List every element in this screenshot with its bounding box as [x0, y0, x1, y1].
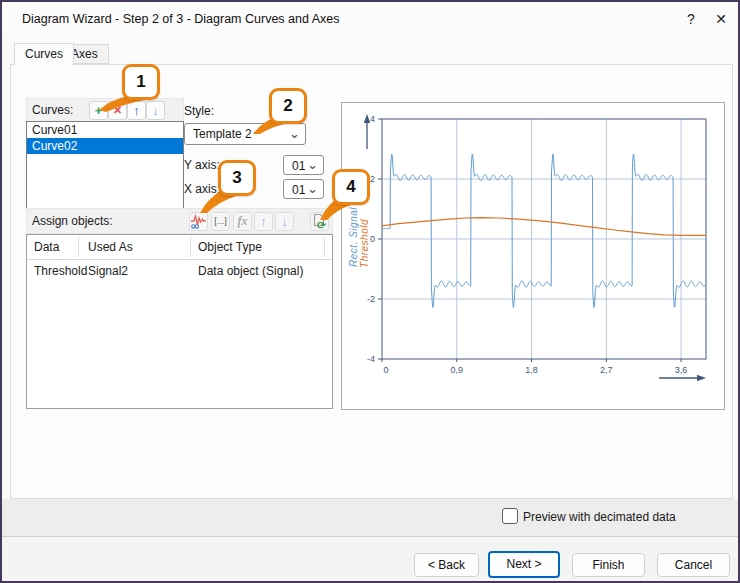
- curves-tab-page: Curves: + ✕ ↑ ↓ Curve01 Curve02 Style: T…: [10, 64, 733, 499]
- y-axis-series-label-threshold: Threshold: [359, 219, 370, 268]
- curves-toolbar: Curves: + ✕ ↑ ↓: [26, 98, 184, 122]
- style-dropdown[interactable]: Template 2 ⌄: [184, 123, 306, 145]
- callout-2: 2: [269, 88, 307, 124]
- list-item-curve02[interactable]: Curve02: [27, 138, 183, 154]
- column-separator: [324, 237, 325, 257]
- style-value: Template 2: [193, 124, 252, 145]
- preview-decimated-checkbox[interactable]: [502, 508, 518, 524]
- help-button[interactable]: ?: [678, 6, 704, 32]
- finish-button[interactable]: Finish: [572, 553, 645, 577]
- curves-label: Curves:: [32, 103, 73, 117]
- table-row[interactable]: Threshold Signal2 Data object (Signal): [27, 260, 332, 278]
- cell-data: Threshold: [34, 264, 87, 278]
- svg-text:-2: -2: [367, 294, 375, 304]
- arrow-up-icon: ↑: [260, 214, 267, 229]
- arrow-up-icon: ↑: [133, 103, 140, 118]
- fx-icon: fx: [238, 214, 248, 228]
- y-axis-dropdown[interactable]: 01 ⌄: [283, 155, 324, 175]
- move-curve-down-button[interactable]: ↓: [146, 101, 165, 120]
- title-bar: Diagram Wizard - Step 2 of 3 - Diagram C…: [2, 2, 738, 36]
- signal-waveform-icon: [190, 213, 207, 230]
- next-button[interactable]: Next >: [488, 551, 560, 578]
- assign-objects-table: Data Used As Object Type Threshold Signa…: [26, 234, 333, 409]
- remove-curve-button[interactable]: ✕: [108, 101, 127, 120]
- window-title: Diagram Wizard - Step 2 of 3 - Diagram C…: [22, 2, 339, 36]
- svg-text:2: 2: [370, 174, 375, 184]
- column-separator: [190, 237, 191, 257]
- plus-icon: +: [95, 103, 103, 118]
- delete-icon: ✕: [113, 104, 122, 116]
- x-axis-label: X axis:: [184, 182, 220, 196]
- cell-object-type: Data object (Signal): [198, 264, 303, 278]
- tab-curves[interactable]: Curves: [14, 43, 74, 65]
- add-curve-button[interactable]: +: [89, 101, 108, 120]
- reload-object-button[interactable]: ⟳: [310, 212, 329, 231]
- svg-text:0: 0: [383, 365, 388, 375]
- ellipsis-icon: [...]: [214, 216, 227, 226]
- svg-text:2,7: 2,7: [600, 365, 613, 375]
- chevron-down-icon: ⌄: [307, 156, 318, 174]
- callout-3: 3: [218, 160, 256, 196]
- preview-decimated-label: Preview with decimated data: [523, 510, 676, 524]
- assign-signal-button[interactable]: [189, 212, 208, 231]
- svg-text:4: 4: [370, 114, 375, 124]
- svg-text:1,8: 1,8: [525, 365, 538, 375]
- svg-text:-4: -4: [367, 354, 375, 364]
- browse-objects-button[interactable]: [...]: [211, 212, 230, 231]
- y-axis-label: Y axis:: [184, 158, 220, 172]
- assign-objects-toolbar: Assign objects: [...] fx ↑ ↓ ⟳: [26, 208, 333, 234]
- curves-listbox: Curve01 Curve02: [26, 121, 184, 210]
- y-axis-series-label-signal: Rect. Signal: [348, 207, 359, 267]
- column-separator: [78, 237, 79, 257]
- refresh-page-icon: ⟳: [311, 213, 328, 230]
- x-axis-value: 01: [292, 180, 305, 200]
- diagram-preview-panel: 00,91,82,73,6-4-2024 Rect. Signal Thresh…: [341, 102, 725, 410]
- style-label: Style:: [184, 104, 214, 118]
- cell-used-as: Signal2: [88, 264, 128, 278]
- svg-text:0,9: 0,9: [451, 365, 464, 375]
- x-axis-dropdown[interactable]: 01 ⌄: [283, 179, 324, 199]
- diagram-wizard-dialog: Diagram Wizard - Step 2 of 3 - Diagram C…: [0, 0, 740, 583]
- move-curve-up-button[interactable]: ↑: [127, 101, 146, 120]
- svg-text:⟳: ⟳: [317, 219, 327, 231]
- cancel-button[interactable]: Cancel: [657, 553, 730, 577]
- assign-move-down-button[interactable]: ↓: [275, 212, 294, 231]
- assign-move-up-button[interactable]: ↑: [254, 212, 273, 231]
- column-header-object-type[interactable]: Object Type: [198, 240, 262, 254]
- back-button[interactable]: < Back: [414, 553, 479, 577]
- callout-4: 4: [332, 169, 370, 205]
- chevron-down-icon: ⌄: [307, 180, 318, 198]
- column-header-data[interactable]: Data: [34, 240, 59, 254]
- arrow-down-icon: ↓: [152, 103, 159, 118]
- column-header-used-as[interactable]: Used As: [88, 240, 133, 254]
- arrow-down-icon: ↓: [281, 214, 288, 229]
- preview-chart: 00,91,82,73,6-4-2024: [342, 103, 724, 409]
- svg-text:3,6: 3,6: [675, 365, 688, 375]
- callout-1: 1: [122, 64, 160, 100]
- list-item-curve01[interactable]: Curve01: [27, 122, 183, 138]
- chevron-down-icon: ⌄: [289, 124, 300, 144]
- close-button[interactable]: ✕: [708, 6, 734, 32]
- svg-text:0: 0: [370, 234, 375, 244]
- formula-button[interactable]: fx: [233, 212, 252, 231]
- y-axis-value: 01: [292, 156, 305, 176]
- assign-objects-label: Assign objects:: [32, 214, 113, 228]
